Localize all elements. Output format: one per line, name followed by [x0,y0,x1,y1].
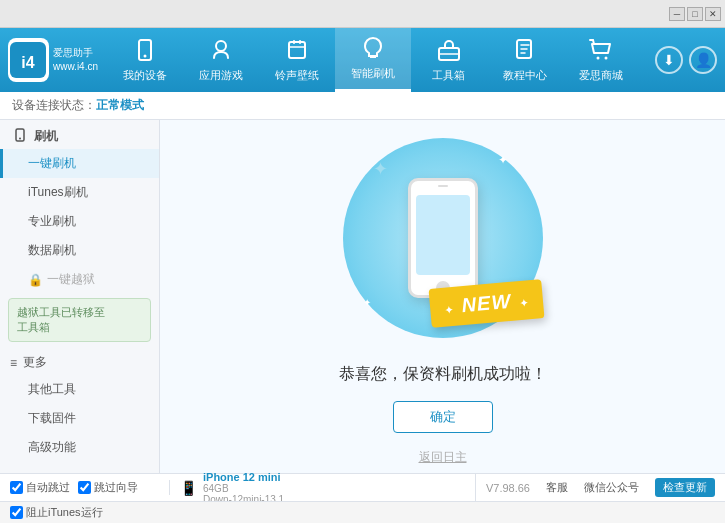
svg-point-12 [604,56,607,59]
customer-service-link[interactable]: 客服 [546,480,568,495]
close-btn[interactable]: ✕ [705,7,721,21]
skip-wizard-input[interactable] [78,481,91,494]
apps-games-icon [209,38,233,64]
download-btn[interactable]: ⬇ [655,46,683,74]
phone-screen [416,195,470,274]
success-illustration: ✦ ✦ ✦ ✦ NEW [333,128,553,466]
nav-toolbox[interactable]: 工具箱 [411,28,487,92]
minimize-btn[interactable]: ─ [669,7,685,21]
ringtones-icon [285,38,309,64]
sidebar-more-header: ≡ 更多 [0,346,159,375]
nav-tutorial[interactable]: 教程中心 [487,28,563,92]
maximize-btn[interactable]: □ [687,7,703,21]
nav-apps-games[interactable]: 应用游戏 [183,28,259,92]
version-label: V7.98.66 [486,482,530,494]
svg-point-3 [143,54,146,57]
sidebar-flash-header: 刷机 [0,120,159,149]
top-nav: i4 爱思助手 www.i4.cn 我的设备 应 [0,28,725,92]
phone-shape [408,178,478,298]
nav-ringtones-label: 铃声壁纸 [275,68,319,83]
bottom-right: V7.98.66 客服 微信公众号 检查更新 [476,478,715,497]
phone-new-badge-container: ✦ ✦ ✦ ✦ NEW [333,128,553,348]
logo-text: 爱思助手 www.i4.cn [53,46,98,74]
wechat-link[interactable]: 微信公众号 [584,480,639,495]
sidebar-other-tools[interactable]: 其他工具 [0,375,159,404]
store-icon [589,38,613,64]
sidebar-pro-flash[interactable]: 专业刷机 [0,207,159,236]
sidebar-download-firmware[interactable]: 下载固件 [0,404,159,433]
sidebar-jailbreak-header: 🔒 一键越狱 [0,265,159,294]
logo-icon: i4 [8,38,49,82]
tutorial-icon [513,38,537,64]
nav-my-device[interactable]: 我的设备 [107,28,183,92]
nav-store-label: 爱思商城 [579,68,623,83]
update-button[interactable]: 检查更新 [655,478,715,497]
auto-advance-checkbox[interactable]: 自动跳过 [10,480,70,495]
itunes-bar: 阻止iTunes运行 [0,501,725,523]
confirm-button[interactable]: 确定 [393,401,493,433]
main-wrapper: 设备连接状态： 正常模式 刷机 一键刷机 [0,92,725,523]
svg-point-4 [216,41,226,51]
nav-apps-games-label: 应用游戏 [199,68,243,83]
itunes-checkbox-input[interactable] [10,506,23,519]
nav-items: 我的设备 应用游戏 铃声壁纸 [98,28,647,92]
sparkle-2: ✦ [498,153,508,167]
nav-toolbox-label: 工具箱 [432,68,465,83]
toolbox-icon [437,38,461,64]
svg-rect-6 [293,40,295,44]
skip-wizard-checkbox[interactable]: 跳过向导 [78,480,138,495]
sidebar-itunes-flash[interactable]: iTunes刷机 [0,178,159,207]
bottom-left: 自动跳过 跳过向导 [10,480,170,495]
status-value: 正常模式 [96,97,144,114]
itunes-checkbox[interactable]: 阻止iTunes运行 [10,505,103,520]
nav-store[interactable]: 爱思商城 [563,28,639,92]
status-and-layout: 刷机 一键刷机 iTunes刷机 专业刷机 数据刷机 🔒 一键越狱 [0,120,725,473]
svg-rect-5 [289,42,305,58]
sidebar-advanced[interactable]: 高级功能 [0,433,159,462]
nav-smart-flash[interactable]: 智能刷机 [335,28,411,92]
device-storage: 64GB [203,483,284,494]
svg-text:i4: i4 [22,54,35,71]
user-btn[interactable]: 👤 [689,46,717,74]
nav-ringtones[interactable]: 铃声壁纸 [259,28,335,92]
svg-rect-7 [299,40,301,44]
success-text: 恭喜您，保资料刷机成功啦！ [339,364,547,385]
sidebar-restore-flash[interactable]: 数据刷机 [0,236,159,265]
svg-point-14 [19,138,21,140]
sidebar-jailbreak-warning: 越狱工具已转移至工具箱 [8,298,151,342]
device-info-bar: 📱 iPhone 12 mini 64GB Down-12mini-13,1 [170,471,476,505]
sparkle-1: ✦ [373,158,388,180]
sidebar-content: 刷机 一键刷机 iTunes刷机 专业刷机 数据刷机 🔒 一键越狱 [0,120,159,473]
my-device-icon [133,38,157,64]
nav-actions: ⬇ 👤 [655,46,717,74]
device-icon: 📱 [180,480,197,496]
content-area: ✦ ✦ ✦ ✦ NEW [160,120,725,473]
status-bar: 设备连接状态： 正常模式 [0,92,725,120]
title-bar: ─ □ ✕ [0,0,725,28]
nav-smart-flash-label: 智能刷机 [351,66,395,81]
svg-point-11 [596,56,599,59]
back-home-link[interactable]: 返回日主 [419,449,467,466]
smart-flash-icon [361,36,385,62]
more-icon: ≡ [10,356,17,370]
bottom-bar: 自动跳过 跳过向导 📱 iPhone 12 mini 64GB Down-12m… [0,473,725,501]
lock-icon: 🔒 [28,273,43,287]
sidebar-one-key-flash[interactable]: 一键刷机 [0,149,159,178]
sparkle-3: ✦ [363,297,371,308]
nav-tutorial-label: 教程中心 [503,68,547,83]
logo-area: i4 爱思助手 www.i4.cn [8,38,98,82]
flash-header-label: 刷机 [34,128,58,145]
window-controls[interactable]: ─ □ ✕ [669,7,721,21]
flash-header-icon [14,128,28,145]
sidebar: 刷机 一键刷机 iTunes刷机 专业刷机 数据刷机 🔒 一键越狱 [0,120,160,473]
status-label: 设备连接状态： [12,97,96,114]
auto-advance-input[interactable] [10,481,23,494]
nav-my-device-label: 我的设备 [123,68,167,83]
device-details: iPhone 12 mini 64GB Down-12mini-13,1 [203,471,284,505]
